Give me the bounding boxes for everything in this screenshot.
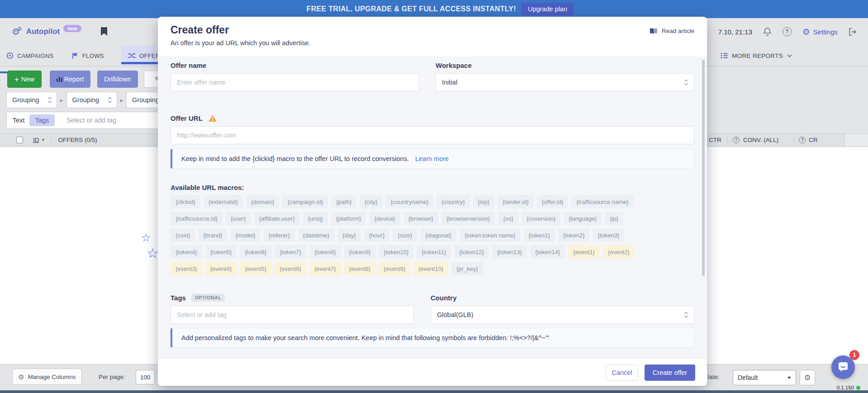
macro-chip[interactable]: {path}	[331, 195, 356, 208]
sort-caret-icon: ▼	[42, 138, 45, 142]
macro-chip[interactable]: {isp}	[473, 195, 494, 208]
macro-chip[interactable]: {externalid}	[204, 195, 243, 208]
macro-chip[interactable]: {brand}	[199, 228, 228, 242]
tab-campaigns[interactable]: CAMPAIGNS	[5, 45, 55, 66]
macro-chip[interactable]: {clickid}	[171, 195, 200, 208]
create-offer-button[interactable]: Create offer	[645, 365, 695, 381]
macro-chip[interactable]: {campaign.id}	[282, 195, 328, 208]
offer-url-input[interactable]	[171, 126, 694, 144]
select-all-checkbox[interactable]	[16, 137, 23, 143]
macro-chip[interactable]: {event9}	[379, 262, 410, 275]
macro-chip[interactable]: {osversion}	[522, 212, 560, 225]
macro-chip[interactable]: {affiliate.user}	[254, 212, 300, 225]
macro-chip[interactable]: {token9}	[344, 245, 376, 259]
template-select[interactable]: Default	[733, 370, 796, 385]
new-offer-button[interactable]: + New	[7, 71, 42, 88]
macro-chip[interactable]: {token12}	[454, 245, 489, 259]
report-button[interactable]: Report	[50, 71, 90, 88]
macro-chip[interactable]: {platform}	[331, 212, 366, 225]
macro-chip[interactable]: {size}	[393, 228, 417, 242]
learn-more-link[interactable]: Learn more	[415, 155, 449, 162]
macro-chip[interactable]: {token4}	[171, 245, 202, 259]
macro-chip[interactable]: {token8}	[309, 245, 341, 259]
filter-mode-tags[interactable]: Tags	[29, 114, 55, 126]
manage-columns-button[interactable]: ⚙ Manage Columns	[12, 369, 82, 385]
macro-chip[interactable]: {event8}	[344, 262, 376, 275]
macro-chip[interactable]: {model}	[230, 228, 260, 242]
macro-chip[interactable]: {token2}	[558, 228, 590, 242]
template-settings-button[interactable]: ⚙	[800, 370, 815, 385]
country-select[interactable]: Global(GLB)	[431, 306, 694, 324]
macro-chip[interactable]: {event3}	[171, 262, 202, 275]
tags-input[interactable]	[171, 306, 414, 324]
macro-chip[interactable]: {trafficsource.name}	[571, 195, 633, 208]
macro-chip[interactable]: {token14}	[530, 245, 565, 259]
macro-chip[interactable]: {token6}	[240, 245, 271, 259]
macro-chip[interactable]: {hour}	[364, 228, 390, 242]
macro-chip[interactable]: {referer}	[264, 228, 295, 242]
macro-chip[interactable]: {language}	[564, 212, 602, 225]
macro-chip[interactable]: {token1}	[523, 228, 555, 242]
macro-chip[interactable]: {token3}	[593, 228, 625, 242]
macro-chip[interactable]: {token13}	[492, 245, 527, 259]
drilldown-button[interactable]: Drilldown	[97, 71, 138, 88]
macro-chip[interactable]: {event4}	[205, 262, 237, 275]
grouping-select[interactable]: Grouping	[6, 92, 57, 108]
macro-chip[interactable]: {token10}	[379, 245, 413, 259]
macro-chip[interactable]: {browser}	[403, 212, 438, 225]
bookmark-icon[interactable]	[100, 27, 108, 36]
logout-icon[interactable]	[849, 28, 857, 36]
macro-chip[interactable]: {token:token name}	[460, 228, 520, 242]
offers-count-header: OFFERS (0/5)	[58, 137, 97, 143]
macro-chip[interactable]: {diagonal}	[420, 228, 456, 242]
id-sort-header[interactable]: ID ▼	[33, 137, 45, 143]
macro-chip[interactable]: {browserversion}	[441, 212, 495, 225]
macro-chip[interactable]: {token7}	[275, 245, 306, 259]
autopilot-link[interactable]: Autopilot	[26, 27, 60, 36]
workspace-select[interactable]: Initial	[436, 73, 694, 91]
macro-chip[interactable]: {lander.id}	[498, 195, 534, 208]
macro-chip[interactable]: {ip}	[605, 212, 623, 225]
more-reports-button[interactable]: MORE REPORTS	[721, 52, 792, 59]
macro-chip[interactable]: {event6}	[275, 262, 306, 275]
read-article-link[interactable]: Read article	[650, 28, 694, 34]
macro-chip[interactable]: {uniq}	[303, 212, 328, 225]
tab-flows[interactable]: FLOWS	[71, 45, 105, 66]
macro-chip[interactable]: {countryname}	[385, 195, 433, 208]
macro-chip[interactable]: {trafficsource.id}	[171, 212, 223, 225]
modal-scrollbar-thumb[interactable]	[702, 60, 705, 276]
macro-chip[interactable]: {day}	[337, 228, 361, 242]
macro-chip[interactable]: {domain}	[246, 195, 279, 208]
help-icon[interactable]: ?	[783, 27, 792, 36]
macro-chip[interactable]: {offer.id}	[537, 195, 568, 208]
macro-chip[interactable]: {pr_key}	[451, 262, 483, 275]
cancel-button[interactable]: Cancel	[606, 365, 638, 381]
macro-chip[interactable]: {device}	[369, 212, 400, 225]
offer-name-input[interactable]	[171, 73, 419, 91]
tag-filter-input[interactable]: Select or add tag	[66, 117, 116, 124]
notifications-bell-icon[interactable]	[763, 27, 772, 36]
macro-chip[interactable]: {cost}	[171, 228, 195, 242]
settings-button[interactable]: ⚙ Settings	[802, 28, 838, 36]
cr-help-icon[interactable]: ?	[799, 134, 806, 146]
macro-chip-row: {trafficsource.id}{user}{affiliate.user}…	[171, 212, 694, 225]
macro-chip[interactable]: {token5}	[205, 245, 237, 259]
macro-chip[interactable]: {event1}	[568, 245, 600, 259]
per-page-input[interactable]: 100	[136, 370, 155, 384]
macro-chip[interactable]: {city}	[360, 195, 382, 208]
upgrade-plan-button[interactable]: Upgrade plan	[522, 3, 574, 15]
template-label: late:	[708, 374, 720, 380]
macro-chip[interactable]: {event2}	[603, 245, 635, 259]
macro-chip[interactable]: {token11}	[417, 245, 451, 259]
macro-chip[interactable]: {event10}	[413, 262, 448, 275]
macro-chip[interactable]: {event7}	[309, 262, 341, 275]
macro-chip[interactable]: {datetime}	[298, 228, 335, 242]
macro-chip[interactable]: {country}	[436, 195, 470, 208]
macro-chip[interactable]: {os}	[498, 212, 518, 225]
filter-mode-text[interactable]: Text	[13, 117, 25, 124]
macros-list: {clickid}{externalid}{domain}{campaign.i…	[171, 195, 694, 275]
grouping-select[interactable]: Grouping	[66, 92, 117, 108]
conv-help-icon[interactable]: ?	[733, 134, 740, 146]
macro-chip[interactable]: {user}	[226, 212, 251, 225]
macro-chip[interactable]: {event5}	[240, 262, 271, 275]
